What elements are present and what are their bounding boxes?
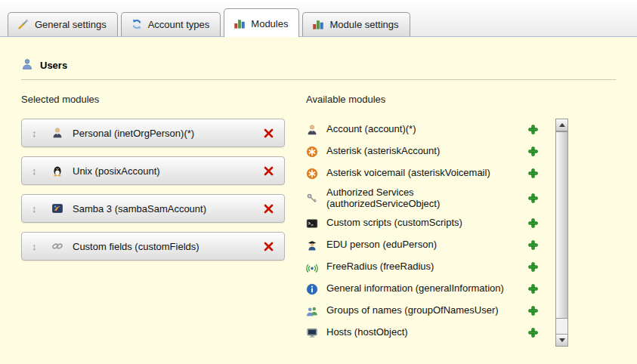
selected-module-item[interactable]: ↕ Unix (posixAccount) xyxy=(21,156,285,185)
tab-label: Account types xyxy=(148,19,210,30)
tab-header: General settings Account types Modules M… xyxy=(0,0,637,37)
module-label: Asterisk voicemail (asteriskVoicemail) xyxy=(326,168,490,179)
available-module-row: General information (generalInformation) xyxy=(306,278,555,300)
bar-chart-icon xyxy=(233,17,246,29)
module-label: Personal (inetOrgPerson)(*) xyxy=(73,128,194,139)
drag-handle-icon[interactable]: ↕ xyxy=(32,241,51,252)
asterisk-icon xyxy=(306,146,318,158)
available-modules-body: Account (account)(*) Asterisk (asteriskA… xyxy=(306,119,568,347)
available-module-row: EDU person (eduPerson) xyxy=(306,234,555,256)
modules-tab-content: Users Selected modules ↕ Personal (inetO… xyxy=(0,37,637,347)
delete-module-button[interactable] xyxy=(263,203,274,214)
delete-module-button[interactable] xyxy=(263,165,274,177)
module-label: Custom scripts (customScripts) xyxy=(326,217,462,229)
selected-module-item[interactable]: ↕ Custom fields (customFields) xyxy=(21,232,285,261)
module-label: Groups of names (groupOfNamesUser) xyxy=(326,305,499,316)
drag-handle-icon[interactable]: ↕ xyxy=(32,203,51,214)
host-icon xyxy=(306,327,318,339)
users-section-header: Users xyxy=(21,58,616,80)
edu-person-icon xyxy=(306,239,318,251)
user-icon xyxy=(21,58,33,72)
scroll-down-button[interactable] xyxy=(556,334,567,346)
add-module-button[interactable] xyxy=(527,327,539,338)
info-icon xyxy=(306,283,318,295)
add-module-button[interactable] xyxy=(527,124,539,135)
tab-module-settings[interactable]: Module settings xyxy=(302,12,410,36)
triangle-up-icon xyxy=(559,123,565,127)
scroll-up-button[interactable] xyxy=(556,119,567,131)
selected-modules-column: Selected modules ↕ Personal (inetOrgPers… xyxy=(21,94,285,347)
triangle-down-icon xyxy=(559,338,565,342)
add-module-button[interactable] xyxy=(527,217,539,229)
available-module-row: Account (account)(*) xyxy=(306,119,555,140)
available-module-row: Authorized Services (authorizedServiceOb… xyxy=(306,184,555,212)
group-icon xyxy=(306,305,318,317)
add-module-button[interactable] xyxy=(527,168,539,179)
delete-module-button[interactable] xyxy=(263,241,274,252)
available-module-row: Asterisk voicemail (asteriskVoicemail) xyxy=(306,162,555,184)
available-module-row: FreeRadius (freeRadius) xyxy=(306,256,555,278)
delete-module-button[interactable] xyxy=(263,128,274,139)
available-modules-scrollbar[interactable] xyxy=(555,119,568,347)
selected-module-item[interactable]: ↕ Personal (inetOrgPerson)(*) xyxy=(21,119,285,147)
module-label: General information (generalInformation) xyxy=(326,283,504,295)
add-module-button[interactable] xyxy=(527,305,539,316)
module-label: Hosts (hostObject) xyxy=(326,327,408,338)
services-icon xyxy=(306,193,318,205)
available-modules-list: Account (account)(*) Asterisk (asteriskA… xyxy=(306,119,555,344)
add-module-button[interactable] xyxy=(527,239,539,251)
add-module-button[interactable] xyxy=(527,283,539,295)
tab-bar: General settings Account types Modules M… xyxy=(8,8,410,36)
modules-columns: Selected modules ↕ Personal (inetOrgPers… xyxy=(21,94,616,347)
module-label: Asterisk (asteriskAccount) xyxy=(326,146,440,157)
drag-handle-icon[interactable]: ↕ xyxy=(32,165,51,177)
module-label: Authorized Services (authorizedServiceOb… xyxy=(326,187,461,210)
module-label: Samba 3 (sambaSamAccount) xyxy=(73,203,206,214)
person-icon xyxy=(51,127,63,139)
module-label: Custom fields (customFields) xyxy=(73,241,199,252)
lam-configuration-page: General settings Account types Modules M… xyxy=(0,0,637,364)
tools-icon xyxy=(17,18,29,30)
available-modules-column: Available modules Account (account)(*) xyxy=(306,94,568,347)
drag-handle-icon[interactable]: ↕ xyxy=(32,128,51,139)
sync-icon xyxy=(131,18,143,30)
module-label: Unix (posixAccount) xyxy=(73,165,160,177)
add-module-button[interactable] xyxy=(527,193,539,204)
add-module-button[interactable] xyxy=(527,146,539,157)
radius-icon xyxy=(306,261,318,273)
module-label: EDU person (eduPerson) xyxy=(326,239,437,251)
samba-icon xyxy=(51,202,63,214)
terminal-icon xyxy=(306,217,318,230)
module-label: Account (account)(*) xyxy=(326,124,416,135)
tab-modules[interactable]: Modules xyxy=(224,8,299,37)
available-module-row: Groups of names (groupOfNamesUser) xyxy=(306,300,555,322)
section-title: Users xyxy=(40,60,67,71)
module-label: FreeRadius (freeRadius) xyxy=(326,261,434,273)
tab-general-settings[interactable]: General settings xyxy=(8,12,118,36)
available-module-row: Custom scripts (customScripts) xyxy=(306,212,555,234)
person-icon xyxy=(306,124,318,136)
asterisk-icon xyxy=(306,168,318,180)
available-module-row: Asterisk (asteriskAccount) xyxy=(306,140,555,162)
custom-fields-icon xyxy=(51,240,63,252)
tab-label: Module settings xyxy=(329,19,398,30)
available-module-row: Hosts (hostObject) xyxy=(306,322,555,344)
tab-label: General settings xyxy=(35,19,107,30)
available-modules-heading: Available modules xyxy=(306,94,568,105)
tab-label: Modules xyxy=(251,18,288,29)
bar-chart-icon xyxy=(312,18,324,30)
scrollbar-thumb[interactable] xyxy=(556,131,567,319)
selected-modules-heading: Selected modules xyxy=(21,94,285,105)
tux-icon xyxy=(51,165,63,177)
add-module-button[interactable] xyxy=(527,261,539,273)
selected-module-item[interactable]: ↕ Samba 3 (sambaSamAccount) xyxy=(21,194,285,223)
tab-account-types[interactable]: Account types xyxy=(121,12,221,36)
